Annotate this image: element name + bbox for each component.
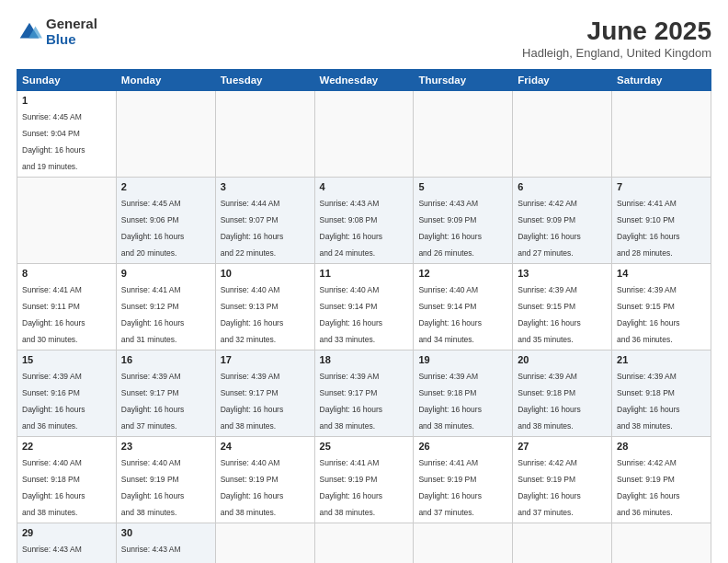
- col-sunday: Sunday: [17, 70, 117, 91]
- calendar-week-0: 1Sunrise: 4:45 AMSunset: 9:04 PMDaylight…: [17, 91, 711, 178]
- logo-blue: Blue: [46, 32, 97, 48]
- calendar-week-3: 15Sunrise: 4:39 AMSunset: 9:16 PMDayligh…: [17, 350, 711, 437]
- day-info: Sunrise: 4:43 AMSunset: 9:18 PMDaylight:…: [22, 545, 85, 563]
- col-wednesday: Wednesday: [314, 70, 414, 91]
- day-number: 22: [22, 441, 111, 452]
- table-row: 28Sunrise: 4:42 AMSunset: 9:19 PMDayligh…: [612, 437, 711, 523]
- day-number: 13: [518, 268, 607, 279]
- day-number: 6: [518, 181, 607, 192]
- day-number: 15: [22, 354, 111, 365]
- table-row: 7Sunrise: 4:41 AMSunset: 9:10 PMDaylight…: [612, 178, 711, 264]
- col-thursday: Thursday: [414, 70, 513, 91]
- day-number: 28: [617, 441, 706, 452]
- table-row: 19Sunrise: 4:39 AMSunset: 9:18 PMDayligh…: [414, 350, 513, 437]
- day-info: Sunrise: 4:39 AMSunset: 9:17 PMDaylight:…: [320, 372, 383, 431]
- table-row: 30Sunrise: 4:43 AMSunset: 9:18 PMDayligh…: [116, 523, 215, 564]
- table-row: [513, 91, 612, 178]
- calendar-header-row: Sunday Monday Tuesday Wednesday Thursday…: [17, 70, 711, 91]
- day-info: Sunrise: 4:42 AMSunset: 9:09 PMDaylight:…: [518, 199, 581, 258]
- day-info: Sunrise: 4:41 AMSunset: 9:19 PMDaylight:…: [418, 458, 482, 517]
- day-number: 23: [121, 441, 210, 452]
- col-monday: Monday: [116, 70, 215, 91]
- day-number: 25: [320, 441, 409, 452]
- day-info: Sunrise: 4:41 AMSunset: 9:19 PMDaylight:…: [320, 458, 383, 517]
- day-number: 21: [617, 354, 706, 365]
- table-row: 22Sunrise: 4:40 AMSunset: 9:18 PMDayligh…: [17, 437, 117, 523]
- col-saturday: Saturday: [612, 70, 711, 91]
- day-number: 26: [418, 441, 507, 452]
- table-row: 10Sunrise: 4:40 AMSunset: 9:13 PMDayligh…: [215, 264, 314, 350]
- table-row: 16Sunrise: 4:39 AMSunset: 9:17 PMDayligh…: [116, 350, 215, 437]
- table-row: 20Sunrise: 4:39 AMSunset: 9:18 PMDayligh…: [513, 350, 612, 437]
- day-info: Sunrise: 4:45 AMSunset: 9:06 PMDaylight:…: [121, 199, 185, 258]
- calendar-week-5: 29Sunrise: 4:43 AMSunset: 9:18 PMDayligh…: [17, 523, 711, 564]
- sub-title: Hadleigh, England, United Kingdom: [522, 46, 711, 60]
- day-info: Sunrise: 4:45 AMSunset: 9:04 PMDaylight:…: [22, 112, 85, 171]
- day-info: Sunrise: 4:40 AMSunset: 9:14 PMDaylight:…: [418, 285, 482, 344]
- table-row: [513, 523, 612, 564]
- day-number: 1: [22, 95, 111, 106]
- table-row: 2Sunrise: 4:45 AMSunset: 9:06 PMDaylight…: [116, 178, 215, 264]
- table-row: [215, 91, 314, 178]
- day-number: 30: [121, 527, 210, 538]
- day-info: Sunrise: 4:40 AMSunset: 9:13 PMDaylight:…: [221, 285, 284, 344]
- logo-general: General: [46, 17, 97, 32]
- day-number: 7: [617, 181, 706, 192]
- day-info: Sunrise: 4:41 AMSunset: 9:11 PMDaylight:…: [22, 285, 85, 344]
- table-row: 6Sunrise: 4:42 AMSunset: 9:09 PMDaylight…: [513, 178, 612, 264]
- day-number: 18: [320, 354, 409, 365]
- table-row: 23Sunrise: 4:40 AMSunset: 9:19 PMDayligh…: [116, 437, 215, 523]
- table-row: [414, 91, 513, 178]
- day-number: 5: [418, 181, 507, 192]
- day-number: 12: [418, 268, 507, 279]
- table-row: 9Sunrise: 4:41 AMSunset: 9:12 PMDaylight…: [116, 264, 215, 350]
- calendar-week-2: 8Sunrise: 4:41 AMSunset: 9:11 PMDaylight…: [17, 264, 711, 350]
- day-info: Sunrise: 4:39 AMSunset: 9:15 PMDaylight:…: [617, 285, 680, 344]
- table-row: 12Sunrise: 4:40 AMSunset: 9:14 PMDayligh…: [414, 264, 513, 350]
- day-info: Sunrise: 4:39 AMSunset: 9:18 PMDaylight:…: [418, 372, 482, 431]
- day-info: Sunrise: 4:42 AMSunset: 9:19 PMDaylight:…: [617, 458, 680, 517]
- day-number: 20: [518, 354, 607, 365]
- title-block: June 2025 Hadleigh, England, United King…: [522, 17, 711, 60]
- table-row: [612, 91, 711, 178]
- table-row: 5Sunrise: 4:43 AMSunset: 9:09 PMDaylight…: [414, 178, 513, 264]
- day-number: 17: [221, 354, 310, 365]
- day-number: 16: [121, 354, 210, 365]
- table-row: 4Sunrise: 4:43 AMSunset: 9:08 PMDaylight…: [314, 178, 414, 264]
- day-number: 29: [22, 527, 111, 538]
- day-info: Sunrise: 4:43 AMSunset: 9:08 PMDaylight:…: [320, 199, 383, 258]
- day-info: Sunrise: 4:40 AMSunset: 9:14 PMDaylight:…: [320, 285, 383, 344]
- calendar-week-1: 2Sunrise: 4:45 AMSunset: 9:06 PMDaylight…: [17, 178, 711, 264]
- day-info: Sunrise: 4:40 AMSunset: 9:19 PMDaylight:…: [221, 458, 284, 517]
- table-row: 26Sunrise: 4:41 AMSunset: 9:19 PMDayligh…: [414, 437, 513, 523]
- table-row: 13Sunrise: 4:39 AMSunset: 9:15 PMDayligh…: [513, 264, 612, 350]
- day-info: Sunrise: 4:40 AMSunset: 9:18 PMDaylight:…: [22, 458, 85, 517]
- col-tuesday: Tuesday: [215, 70, 314, 91]
- calendar-week-4: 22Sunrise: 4:40 AMSunset: 9:18 PMDayligh…: [17, 437, 711, 523]
- table-row: [314, 523, 414, 564]
- table-row: 21Sunrise: 4:39 AMSunset: 9:18 PMDayligh…: [612, 350, 711, 437]
- table-row: 14Sunrise: 4:39 AMSunset: 9:15 PMDayligh…: [612, 264, 711, 350]
- table-row: 29Sunrise: 4:43 AMSunset: 9:18 PMDayligh…: [17, 523, 117, 564]
- day-info: Sunrise: 4:39 AMSunset: 9:17 PMDaylight:…: [221, 372, 284, 431]
- day-number: 19: [418, 354, 507, 365]
- day-number: 14: [617, 268, 706, 279]
- day-info: Sunrise: 4:39 AMSunset: 9:18 PMDaylight:…: [518, 372, 581, 431]
- col-friday: Friday: [513, 70, 612, 91]
- table-row: [612, 523, 711, 564]
- page: General Blue June 2025 Hadleigh, England…: [0, 0, 728, 563]
- day-info: Sunrise: 4:39 AMSunset: 9:16 PMDaylight:…: [22, 372, 85, 431]
- table-row: 3Sunrise: 4:44 AMSunset: 9:07 PMDaylight…: [215, 178, 314, 264]
- day-info: Sunrise: 4:43 AMSunset: 9:18 PMDaylight:…: [121, 545, 185, 563]
- table-row: 15Sunrise: 4:39 AMSunset: 9:16 PMDayligh…: [17, 350, 117, 437]
- day-number: 9: [121, 268, 210, 279]
- day-info: Sunrise: 4:44 AMSunset: 9:07 PMDaylight:…: [221, 199, 284, 258]
- logo: General Blue: [17, 17, 97, 47]
- header: General Blue June 2025 Hadleigh, England…: [17, 17, 711, 60]
- day-number: 24: [221, 441, 310, 452]
- day-info: Sunrise: 4:41 AMSunset: 9:12 PMDaylight:…: [121, 285, 185, 344]
- day-number: 11: [320, 268, 409, 279]
- day-number: 10: [221, 268, 310, 279]
- day-number: 2: [121, 181, 210, 192]
- main-title: June 2025: [522, 17, 711, 46]
